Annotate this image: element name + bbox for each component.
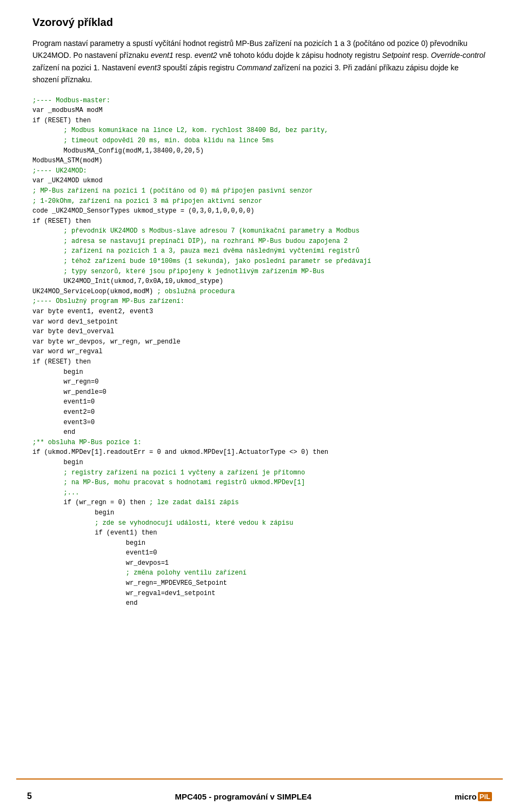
footer-title: MPC405 - programování v SIMPLE4 xyxy=(175,792,312,801)
page-title: Vzorový příklad xyxy=(32,16,487,29)
footer-logo: microPiL xyxy=(455,792,492,801)
footer: 5 MPC405 - programování v SIMPLE4 microP… xyxy=(0,791,519,801)
intro-paragraph: Program nastaví parametry a spustí vyčít… xyxy=(32,37,487,86)
page-container: Vzorový příklad Program nastaví parametr… xyxy=(0,0,519,812)
code-block: ;---- Modbus-master: var _modbusMA modM … xyxy=(32,96,487,609)
footer-page-left: 5 xyxy=(27,791,32,801)
footer-divider xyxy=(16,778,503,780)
footer-logo-micro: micro xyxy=(455,792,477,801)
footer-logo-brand: PiL xyxy=(478,792,492,801)
